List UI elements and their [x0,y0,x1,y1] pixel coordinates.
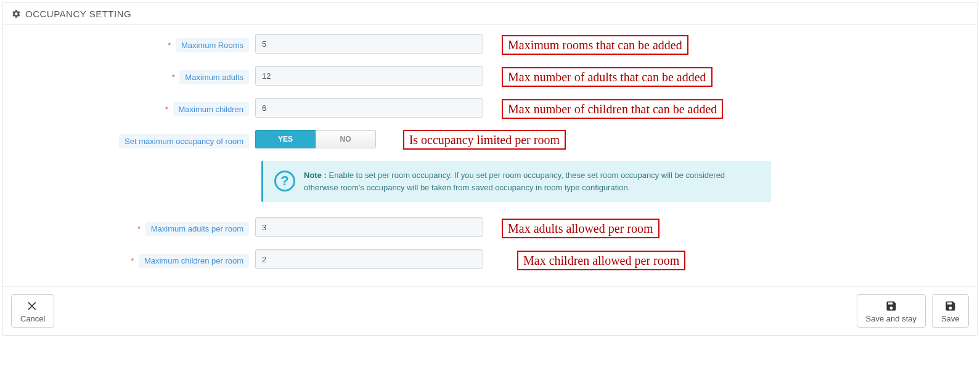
toggle-yes[interactable]: YES [255,130,316,148]
input-max-children[interactable] [255,98,483,118]
gear-icon [12,9,21,18]
note-body: Note : Enable to set per room occupancy.… [304,169,760,193]
row-max-adults: * Maximum adults Max number of adults th… [12,66,968,87]
required-mark: * [172,73,175,82]
required-mark: * [168,41,171,50]
input-max-rooms[interactable] [255,34,483,54]
note-box: ? Note : Enable to set per room occupanc… [261,161,771,202]
save-stay-button[interactable]: Save and stay [857,294,926,328]
row-max-children-room: * Maximum children per room Max children… [12,249,968,270]
save-stay-label: Save and stay [866,315,917,323]
toggle-set-occupancy[interactable]: YES NO [255,130,376,148]
annotation-children-room: Max children allowed per room [517,251,685,270]
panel-title: OCCUPANCY SETTING [25,9,131,19]
annotation-adults-room: Max adults allowed per room [502,219,659,238]
save-icon [885,300,897,312]
annotation-children: Max number of children that can be added [502,99,723,119]
required-mark: * [165,105,168,114]
label-max-children: Maximum children [173,102,249,116]
required-mark: * [137,224,141,233]
annotation-occupancy: Is occupancy limited per room [403,130,566,150]
annotation-rooms: Maximum rooms that can be added [502,35,688,55]
help-icon: ? [274,171,295,191]
cancel-label: Cancel [20,315,45,323]
footer-bar: Cancel Save and stay Save [2,286,978,335]
row-max-children: * Maximum children Max number of childre… [12,98,968,119]
row-max-adults-room: * Maximum adults per room Max adults all… [12,217,968,238]
annotation-adults: Max number of adults that can be added [502,67,713,87]
row-max-rooms: * Maximum Rooms Maximum rooms that can b… [12,34,968,55]
cancel-button[interactable]: Cancel [11,294,54,328]
label-max-adults-room: Maximum adults per room [145,222,249,236]
close-icon [27,300,39,312]
toggle-no[interactable]: NO [316,130,376,148]
form-area: * Maximum Rooms Maximum rooms that can b… [2,25,978,286]
label-max-rooms: Maximum Rooms [176,38,249,52]
panel-heading: OCCUPANCY SETTING [2,2,978,25]
label-set-occupancy: Set maximum occupancy of room [119,134,249,148]
label-max-adults: Maximum adults [179,70,249,84]
label-max-children-room: Maximum children per room [139,254,249,268]
required-mark: * [131,256,134,265]
occupancy-setting-panel: OCCUPANCY SETTING * Maximum Rooms Maximu… [2,2,978,336]
save-icon [944,300,957,312]
input-max-children-room[interactable] [255,249,483,269]
note-prefix: Note : [304,171,327,180]
input-max-adults[interactable] [255,66,483,86]
input-max-adults-room[interactable] [255,217,483,237]
save-label: Save [941,315,960,323]
note-text: Enable to set per room occupancy. If you… [304,171,725,192]
save-button[interactable]: Save [932,294,969,328]
row-set-occupancy: Set maximum occupancy of room YES NO Is … [12,130,968,150]
